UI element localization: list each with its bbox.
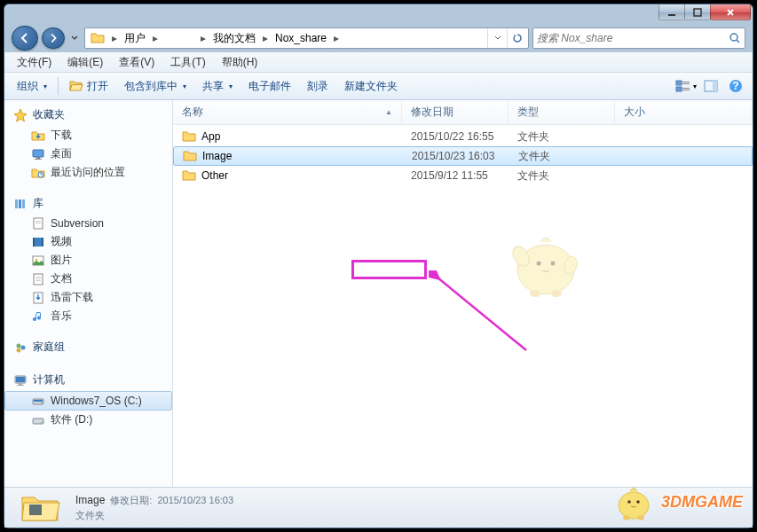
sidebar-item-drive-d[interactable]: 软件 (D:) [4,411,172,429]
sidebar-item-pictures[interactable]: 图片 [4,251,172,270]
svg-rect-54 [29,505,42,515]
search-input[interactable] [537,29,729,47]
view-options-button[interactable]: ▾ [674,75,698,97]
svg-rect-25 [42,238,43,246]
table-row[interactable]: Image2015/10/23 16:03文件夹 [173,146,753,166]
column-name[interactable]: 名称▲ [173,100,402,124]
svg-rect-4 [682,82,690,82]
forward-button[interactable] [42,27,65,49]
document-icon [31,216,45,231]
menu-tools[interactable]: 工具(T) [163,53,212,72]
chevron-right-icon[interactable]: ▸ [330,28,343,48]
close-button[interactable] [710,4,751,20]
breadcrumb-segment[interactable]: 用户 [121,28,149,48]
back-button[interactable] [12,26,38,51]
folder-icon [182,169,196,182]
computer-icon [13,373,28,387]
status-name: Image [75,494,105,506]
sidebar-item-downloads[interactable]: 下载 [4,126,172,145]
svg-rect-22 [35,223,41,223]
file-date: 2015/9/12 11:55 [402,169,509,182]
svg-rect-21 [35,221,41,222]
sidebar-item-videos[interactable]: 视频 [4,232,172,251]
sidebar-favorites[interactable]: 收藏夹 [4,106,172,126]
burn-button[interactable]: 刻录 [300,75,335,98]
menu-edit[interactable]: 编辑(E) [60,53,110,72]
menu-file[interactable]: 文件(F) [10,53,59,72]
help-button[interactable]: ? [724,75,747,97]
table-row[interactable]: App2015/10/22 16:55文件夹 [173,127,753,146]
sidebar-item-drive-c[interactable]: Windows7_OS (C:) [4,391,172,411]
sidebar-item-xunlei[interactable]: 迅雷下载 [4,288,172,307]
file-date: 2015/10/22 16:55 [402,130,509,143]
column-date[interactable]: 修改日期 [402,100,509,124]
sidebar-libraries[interactable]: 库 [4,194,172,215]
svg-rect-14 [36,157,40,159]
breadcrumb-dropdown[interactable] [487,28,507,48]
svg-point-35 [17,348,21,352]
organize-button[interactable]: 组织 [10,75,54,98]
library-icon [13,197,28,211]
minimize-button[interactable] [658,4,685,20]
svg-rect-31 [35,280,41,281]
drive-icon [31,413,45,427]
folder-open-icon [69,80,83,92]
maximize-button[interactable] [684,4,711,20]
drive-icon [31,394,45,408]
breadcrumb-segment[interactable] [162,28,197,48]
breadcrumb-segment[interactable]: 我的文档 [209,28,259,48]
chevron-right-icon[interactable]: ▸ [149,28,162,48]
sidebar-item-documents[interactable]: 文档 [4,270,172,288]
sidebar-homegroup[interactable]: 家庭组 [4,338,172,358]
open-button[interactable]: 打开 [62,75,115,98]
status-mod-value: 2015/10/23 16:03 [157,495,233,505]
explorer-window: ▸ 用户 ▸ ▸ 我的文档 ▸ Nox_share ▸ 文件(F) 编辑(E) … [4,4,753,528]
include-button[interactable]: 包含到库中 [117,75,193,98]
svg-point-42 [41,403,43,404]
breadcrumb-segment[interactable]: Nox_share [272,28,330,48]
newfolder-button[interactable]: 新建文件夹 [337,75,405,98]
search-box[interactable] [532,27,745,49]
sidebar-computer[interactable]: 计算机 [4,371,172,391]
menu-view[interactable]: 查看(V) [112,53,162,72]
chevron-right-icon[interactable]: ▸ [259,28,272,48]
sidebar-item-desktop[interactable]: 桌面 [4,145,172,163]
file-type: 文件夹 [509,129,615,145]
sidebar-item-music[interactable]: 音乐 [4,307,172,325]
svg-point-34 [21,345,26,349]
status-mod-label: 修改日期: [110,494,152,507]
svg-rect-13 [33,150,43,157]
title-bar[interactable] [4,4,753,24]
star-icon [13,108,28,122]
column-type[interactable]: 类型 [509,100,615,124]
svg-rect-24 [33,238,35,246]
menu-help[interactable]: 帮助(H) [215,53,265,72]
refresh-button[interactable] [507,28,526,48]
file-type: 文件夹 [509,149,616,164]
folder-icon [183,150,197,162]
preview-pane-button[interactable] [699,75,722,97]
history-dropdown[interactable] [68,27,81,49]
content-area: 收藏夹 下载 桌面 最近访问的位置 库 Subversion 视频 图片 文档 … [4,100,753,487]
sidebar-item-recent[interactable]: 最近访问的位置 [4,163,172,182]
file-name: Image [202,150,232,162]
chevron-right-icon[interactable]: ▸ [197,28,209,48]
folder-thumbnail-icon [19,492,61,524]
svg-rect-18 [19,200,21,208]
status-type: 文件夹 [75,509,233,522]
column-header: 名称▲ 修改日期 类型 大小 [173,100,753,125]
file-list[interactable]: App2015/10/22 16:55文件夹Image2015/10/23 16… [173,125,753,487]
share-button[interactable]: 共享 [195,75,240,98]
svg-rect-15 [35,159,42,160]
folder-icon [91,31,105,45]
svg-rect-29 [35,277,41,278]
email-button[interactable]: 电子邮件 [241,75,298,98]
navigation-pane[interactable]: 收藏夹 下载 桌面 最近访问的位置 库 Subversion 视频 图片 文档 … [4,100,173,487]
table-row[interactable]: Other2015/9/12 11:55文件夹 [173,166,753,185]
breadcrumb[interactable]: ▸ 用户 ▸ ▸ 我的文档 ▸ Nox_share ▸ [84,27,529,49]
column-size[interactable]: 大小 [615,100,753,124]
sidebar-item-subversion[interactable]: Subversion [4,215,172,232]
chevron-right-icon[interactable]: ▸ [108,28,121,48]
address-bar: ▸ 用户 ▸ ▸ 我的文档 ▸ Nox_share ▸ [4,24,753,52]
download-icon [31,129,45,143]
